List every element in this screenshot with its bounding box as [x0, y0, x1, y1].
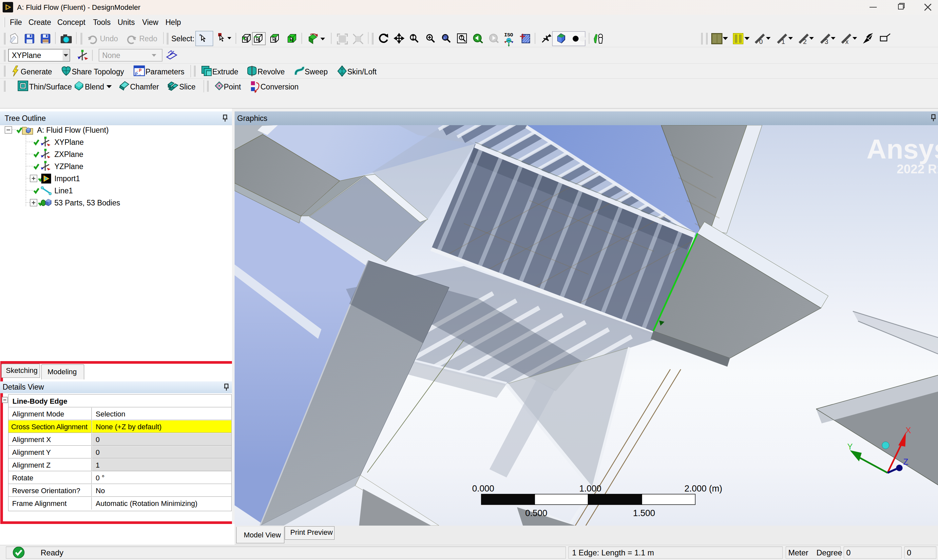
svg-text:ISO: ISO: [504, 32, 513, 38]
svg-text:Select:: Select:: [171, 34, 194, 43]
svg-text:Thin/Surface: Thin/Surface: [29, 83, 72, 91]
svg-text:3: 3: [825, 38, 828, 45]
svg-text:0.000: 0.000: [472, 484, 494, 494]
svg-text:0.500: 0.500: [525, 508, 547, 518]
svg-text:Revolve: Revolve: [257, 68, 285, 76]
svg-text:Z: Z: [903, 457, 908, 466]
svg-text:Y: Y: [847, 442, 853, 451]
svg-text:Parameters: Parameters: [146, 68, 185, 76]
svg-text:Sweep: Sweep: [305, 68, 328, 76]
svg-text:Point: Point: [224, 83, 241, 91]
svg-text:Slice: Slice: [179, 83, 195, 91]
svg-text:0: 0: [759, 38, 763, 45]
svg-text:2.000 (m): 2.000 (m): [684, 484, 723, 494]
svg-text:Blend: Blend: [85, 83, 104, 91]
svg-text:1: 1: [781, 38, 785, 45]
svg-text:2: 2: [803, 38, 807, 45]
svg-text:Conversion: Conversion: [260, 83, 298, 91]
svg-text:X: X: [906, 426, 911, 435]
svg-text:Extrude: Extrude: [212, 68, 238, 76]
svg-text:Share Topology: Share Topology: [72, 68, 124, 76]
svg-text:Skin/Loft: Skin/Loft: [347, 68, 377, 76]
svg-text:P→: P→: [135, 72, 141, 76]
svg-text:Generate: Generate: [21, 68, 52, 76]
svg-text:1.500: 1.500: [633, 508, 655, 518]
svg-text:x: x: [845, 38, 849, 45]
svg-text:1.000: 1.000: [579, 484, 601, 494]
svg-text:Redo: Redo: [139, 34, 157, 43]
svg-text:Chamfer: Chamfer: [130, 83, 159, 91]
svg-text:XYPlane: XYPlane: [12, 51, 41, 60]
svg-text:*: *: [199, 34, 201, 39]
svg-text:None: None: [102, 51, 120, 60]
svg-text:2022 R1: 2022 R1: [897, 162, 938, 176]
svg-text:*: *: [171, 49, 173, 55]
svg-text:Undo: Undo: [100, 34, 118, 43]
svg-text:Ansys: Ansys: [867, 134, 938, 165]
